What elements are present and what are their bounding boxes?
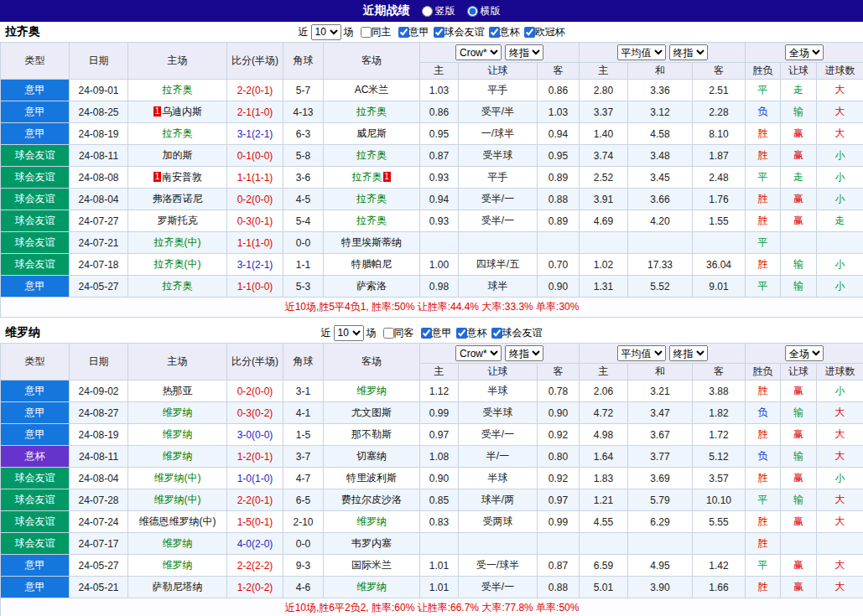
same-venue-filter[interactable]: 同主 [361,25,392,39]
league-checkbox[interactable] [421,328,432,339]
home-team-link[interactable]: 维罗纳(中) [154,472,201,484]
odds-period-select[interactable]: 终指 [505,345,543,361]
home-team-link[interactable]: 维罗纳 [163,406,193,418]
away-team-link[interactable]: 费拉尔皮沙洛 [341,494,402,505]
away-team-link[interactable]: 维罗纳 [356,515,387,527]
home-team-link[interactable]: 南安普敦 [162,171,202,183]
home-team-link[interactable]: 乌迪内斯 [162,106,202,117]
league-filter[interactable]: 球会友谊 [491,326,543,340]
home-team-link[interactable]: 拉齐奥(中) [154,236,201,248]
league-filter[interactable]: 欧冠杯 [524,25,565,39]
avg-select[interactable]: 平均值 [617,345,666,361]
home-team-link[interactable]: 拉齐奥 [163,280,193,292]
same-venue-checkbox[interactable] [361,27,372,38]
away-team-link[interactable]: AC米兰 [355,84,389,96]
away-team-link[interactable]: 拉齐奥 [356,193,387,204]
match-score[interactable]: 1-1(1-0) [227,232,283,254]
league-filter[interactable]: 球会友谊 [434,25,485,39]
away-team-link[interactable]: 尤文图斯 [351,406,392,418]
away-team-link[interactable]: 国际米兰 [351,559,392,571]
home-team-link[interactable]: 维罗纳 [163,559,193,571]
away-team-link[interactable]: 特里埃斯蒂纳 [341,236,402,248]
away-team-link[interactable]: 拉齐奥 [356,149,387,161]
home-team-link[interactable]: 拉齐奥 [163,84,193,96]
avg-select[interactable]: 平均值 [617,44,666,60]
match-score[interactable]: 2-2(2-2) [227,555,283,577]
match-score[interactable]: 1-1(0-0) [227,276,283,298]
match-score[interactable]: 3-1(2-1) [227,254,283,276]
away-team-link[interactable]: 维罗纳 [356,581,387,593]
corner-score: 2-10 [283,511,324,533]
away-team-link[interactable]: 维罗纳 [356,385,387,396]
home-team-link[interactable]: 加的斯 [163,149,193,161]
match-score[interactable]: 0-1(0-0) [227,145,283,167]
match-score[interactable]: 1-1(1-1) [227,167,283,189]
away-team-link[interactable]: 特里波利斯 [346,472,397,484]
avg-draw: 3.12 [628,101,693,123]
scope-select[interactable]: 全场 [785,44,824,60]
home-team-link[interactable]: 拉齐奥(中) [154,258,201,270]
away-team-link[interactable]: 特腊帕尼 [351,258,392,270]
league-filter[interactable]: 意杯 [456,326,487,340]
home-team-link[interactable]: 维罗纳 [163,537,193,549]
away-team-link[interactable]: 拉齐奥 [356,106,387,117]
match-score[interactable]: 1-0(1-0) [227,468,283,489]
home-team-link[interactable]: 拉齐奥 [163,127,193,139]
home-team-link[interactable]: 罗斯托克 [158,215,198,226]
league-filter[interactable]: 意杯 [489,25,520,39]
league-checkbox[interactable] [398,27,409,38]
match-count-select[interactable]: 10 [334,325,364,341]
avg-period-select[interactable]: 终指 [669,44,708,60]
layout-option-horizontal[interactable]: 横版 [467,4,501,18]
away-team-link[interactable]: 那不勒斯 [351,428,392,440]
match-score[interactable]: 1-2(0-2) [227,577,283,598]
league-checkbox[interactable] [524,27,535,38]
match-score[interactable]: 2-1(1-0) [227,101,283,123]
home-team-link[interactable]: 维罗纳 [163,428,193,440]
odds-period-select[interactable]: 终指 [505,44,543,60]
match-score[interactable]: 2-2(0-1) [227,489,283,511]
away-team-link[interactable]: 切塞纳 [356,450,387,462]
avg-period-select[interactable]: 终指 [669,345,708,361]
league-checkbox[interactable] [456,328,467,339]
league-checkbox[interactable] [489,27,500,38]
away-team-link[interactable]: 威尼斯 [356,127,387,139]
match-score[interactable]: 4-0(2-0) [227,533,283,555]
league-filter[interactable]: 意甲 [398,25,429,39]
vertical-layout-radio[interactable] [422,6,433,17]
match-type-badge: 球会友谊 [1,167,70,189]
league-checkbox[interactable] [491,328,502,339]
league-filter-group: 意甲意杯球会友谊 [417,326,543,340]
match-score[interactable]: 0-2(0-0) [227,380,283,402]
match-score[interactable]: 0-2(0-0) [227,189,283,210]
same-venue-filter[interactable]: 同客 [383,326,414,340]
match-score[interactable]: 1-2(0-1) [227,446,283,468]
odds-source-select[interactable]: Crow* [455,44,502,60]
scope-select[interactable]: 全场 [785,345,824,361]
match-score[interactable]: 2-2(0-1) [227,80,283,101]
away-team: 那不勒斯 [324,424,420,446]
horizontal-layout-radio[interactable] [467,6,478,17]
match-score[interactable]: 0-3(0-2) [227,402,283,424]
match-score[interactable]: 0-3(0-1) [227,210,283,232]
away-team-link[interactable]: 拉齐奥 [356,215,387,226]
league-filter[interactable]: 意甲 [421,326,452,340]
layout-option-vertical[interactable]: 竖版 [422,4,455,18]
same-venue-checkbox[interactable] [383,328,394,339]
home-team-link[interactable]: 热那亚 [163,385,193,396]
away-team-link[interactable]: 拉齐奥 [352,171,382,183]
home-team-link[interactable]: 维德恩维罗纳(中) [139,515,216,527]
home-team-link[interactable]: 维罗纳(中) [154,494,201,505]
odds-source-select[interactable]: Crow* [455,345,502,361]
away-team-link[interactable]: 萨索洛 [356,280,387,292]
match-count-select[interactable]: 10 [311,24,341,40]
away-team-link[interactable]: 韦罗内塞 [351,537,392,549]
match-type-badge: 意甲 [1,101,70,123]
home-team-link[interactable]: 弗洛西诺尼 [153,193,203,204]
league-checkbox[interactable] [434,27,444,38]
home-team-link[interactable]: 萨勒尼塔纳 [153,581,203,593]
home-team-link[interactable]: 维罗纳 [163,450,193,462]
match-score[interactable]: 3-0(0-0) [227,424,283,446]
match-score[interactable]: 1-5(0-1) [227,511,283,533]
match-score[interactable]: 3-1(2-1) [227,123,283,145]
